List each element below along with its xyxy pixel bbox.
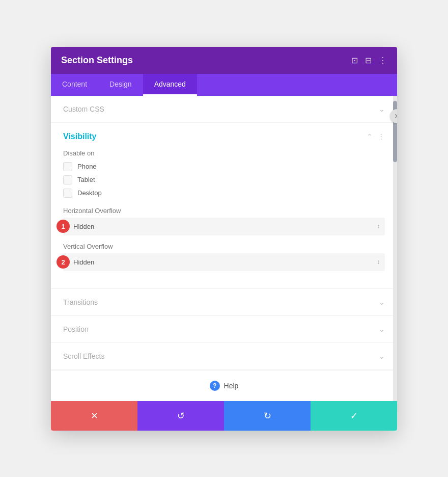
transitions-chevron: ⌄ xyxy=(379,298,385,306)
transitions-section[interactable]: Transitions ⌄ xyxy=(51,289,397,316)
phone-label: Phone xyxy=(77,163,97,170)
position-chevron: ⌄ xyxy=(379,325,385,333)
custom-css-section[interactable]: Custom CSS ⌄ xyxy=(51,96,397,123)
custom-css-chevron: ⌄ xyxy=(379,105,385,113)
tab-advanced[interactable]: Advanced xyxy=(143,74,197,96)
undo-icon: ↺ xyxy=(177,410,185,421)
columns-icon[interactable]: ⊟ xyxy=(365,56,372,65)
panel-body: Custom CSS ⌄ Visibility ⌃ ⋮ Disable on xyxy=(51,96,397,401)
visibility-section: Visibility ⌃ ⋮ Disable on Phone Tab xyxy=(51,123,397,289)
redo-icon: ↻ xyxy=(264,410,271,421)
menu-icon[interactable]: ⋮ xyxy=(379,56,387,65)
cancel-button[interactable]: ✕ xyxy=(51,401,137,431)
checkbox-desktop: Desktop xyxy=(63,189,385,198)
tablet-label: Tablet xyxy=(77,176,95,183)
custom-css-label: Custom CSS xyxy=(63,105,104,113)
content-area: Custom CSS ⌄ Visibility ⌃ ⋮ Disable on xyxy=(51,96,397,401)
settings-panel: Section Settings ⊡ ⊟ ⋮ Content Design Ad… xyxy=(51,47,397,431)
save-button[interactable]: ✓ xyxy=(311,401,397,431)
vertical-overflow-badge: 2 xyxy=(57,255,70,269)
tab-bar: Content Design Advanced xyxy=(51,74,397,96)
visibility-title: Visibility xyxy=(63,132,97,141)
vertical-overflow-select[interactable]: Hidden Visible Auto Scroll xyxy=(63,253,385,271)
expand-icon[interactable]: ⊡ xyxy=(351,56,358,65)
help-row: ? Help xyxy=(51,370,397,401)
tablet-checkbox[interactable] xyxy=(63,175,72,184)
redo-button[interactable]: ↻ xyxy=(224,401,311,431)
checkbox-phone: Phone xyxy=(63,162,385,171)
transitions-label: Transitions xyxy=(63,298,98,306)
visibility-more-icon[interactable]: ⋮ xyxy=(378,132,385,141)
scroll-effects-chevron: ⌄ xyxy=(379,352,385,360)
tab-design[interactable]: Design xyxy=(98,74,143,96)
horizontal-overflow-wrapper: 1 Hidden Visible Auto Scroll ↕ xyxy=(63,218,385,235)
vertical-overflow-wrapper: 2 Hidden Visible Auto Scroll ↕ xyxy=(63,253,385,271)
disable-on-checkboxes: Phone Tablet Desktop xyxy=(63,162,385,198)
panel-title: Section Settings xyxy=(61,55,133,66)
panel-header: Section Settings ⊡ ⊟ ⋮ xyxy=(51,47,397,74)
desktop-label: Desktop xyxy=(77,189,102,197)
vertical-overflow-group: Vertical Overflow 2 Hidden Visible Auto … xyxy=(63,243,385,271)
close-icon: ✕ xyxy=(394,112,397,120)
scroll-effects-section[interactable]: Scroll Effects ⌄ xyxy=(51,343,397,370)
scrollbar[interactable] xyxy=(393,96,397,401)
cancel-icon: ✕ xyxy=(91,410,98,421)
horizontal-overflow-badge: 1 xyxy=(57,220,70,233)
vertical-overflow-label: Vertical Overflow xyxy=(63,243,385,250)
phone-checkbox[interactable] xyxy=(63,162,72,171)
footer-buttons: ✕ ↺ ↻ ✓ xyxy=(51,401,397,431)
tab-content[interactable]: Content xyxy=(51,74,98,96)
visibility-collapse-icon[interactable]: ⌃ xyxy=(367,132,373,141)
visibility-header: Visibility ⌃ ⋮ xyxy=(63,132,385,141)
position-label: Position xyxy=(63,325,89,333)
disable-on-label: Disable on xyxy=(63,149,385,157)
position-section[interactable]: Position ⌄ xyxy=(51,316,397,343)
header-icons: ⊡ ⊟ ⋮ xyxy=(351,56,387,65)
help-icon[interactable]: ? xyxy=(210,381,220,391)
horizontal-overflow-select[interactable]: Hidden Visible Auto Scroll xyxy=(63,218,385,235)
checkbox-tablet: Tablet xyxy=(63,175,385,184)
horizontal-overflow-group: Horizontal Overflow 1 Hidden Visible Aut… xyxy=(63,207,385,235)
undo-button[interactable]: ↺ xyxy=(137,401,224,431)
scroll-effects-label: Scroll Effects xyxy=(63,352,104,360)
visibility-controls: ⌃ ⋮ xyxy=(367,132,385,141)
horizontal-overflow-label: Horizontal Overflow xyxy=(63,207,385,215)
help-label[interactable]: Help xyxy=(224,382,239,390)
save-icon: ✓ xyxy=(350,410,358,421)
desktop-checkbox[interactable] xyxy=(63,189,72,198)
